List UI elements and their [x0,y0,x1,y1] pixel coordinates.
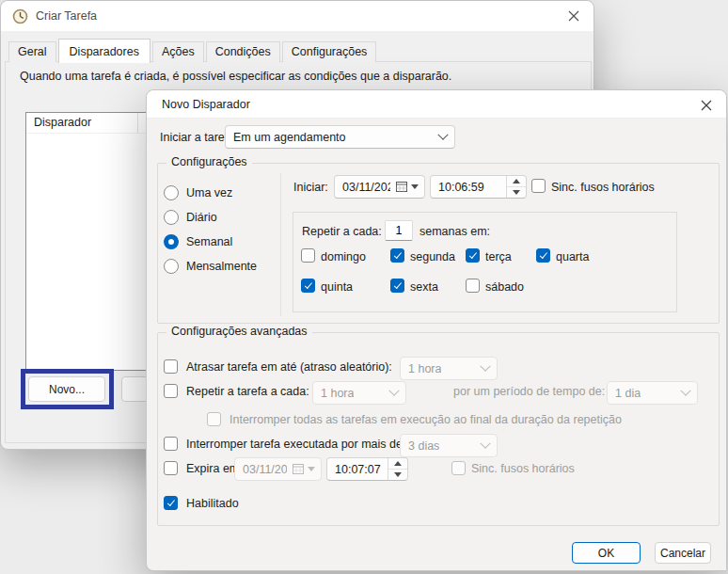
weeks-interval-input[interactable] [385,220,413,241]
dropdown-arrow-icon [411,184,419,189]
tab-acoes[interactable]: Ações [152,41,204,62]
spin-down-icon[interactable] [507,186,526,198]
day-quarta-label: quarta [556,250,589,263]
radio-semanal[interactable] [164,234,179,249]
spin-up-icon[interactable] [507,176,526,186]
repeat-task-label: Repetir a tarefa a cada: [186,385,309,398]
tab-configuracoes[interactable]: Configurações [282,41,377,62]
expire-time-spinner[interactable]: 10:07:07 [326,457,408,481]
day-sabado-checkbox[interactable] [466,279,480,293]
novo-disparador-titlebar: Novo Disparador [147,90,726,119]
expire-date-picker: 03/11/2023 [234,457,322,481]
spin-up-icon[interactable] [388,458,407,469]
cancel-button[interactable]: Cancelar [655,542,711,564]
radio-mensalmente[interactable] [164,259,179,274]
tab-description: Quando uma tarefa é criada, é possível e… [20,70,451,83]
expire-time-value: 10:07:07 [327,458,388,480]
chevron-down-icon [480,438,490,448]
weeks-unit-label: semanas em: [419,225,490,238]
repeat-duration-label: por um período de tempo de: [453,385,605,398]
expire-sync-timezone-label: Sinc. fusos horários [471,462,575,475]
repeat-every-label: Repetir a cada: [302,225,382,238]
ok-button[interactable]: OK [572,542,641,564]
dropdown-arrow-icon [308,467,315,471]
novo-disparador-dialog: Novo Disparador Iniciar a tarefa: Em um … [146,89,727,571]
tab-strip: Geral Disparadores Ações Condições Confi… [8,39,378,62]
advanced-legend: Configurações avançadas [166,325,312,338]
stop-all-tasks-checkbox [207,412,221,426]
stop-long-select: 3 dias [400,434,498,457]
day-quarta-checkbox[interactable] [536,248,550,263]
column-divider [137,113,138,133]
start-date-picker[interactable]: 03/11/2022 [334,175,425,199]
novo-button[interactable]: Novo... [28,376,105,402]
expire-sync-timezone-checkbox [451,461,466,475]
day-terca-checkbox[interactable] [466,248,480,263]
radio-diario-label: Diário [186,211,217,224]
begin-task-select[interactable]: Em um agendamento [225,125,455,149]
radio-semanal-label: Semanal [186,235,232,248]
stop-long-task-checkbox[interactable] [164,437,178,451]
day-segunda-checkbox[interactable] [390,248,404,263]
radio-diario[interactable] [164,210,179,225]
start-time-spinner[interactable]: 10:06:59 [430,175,527,199]
calendar-icon [293,464,304,474]
radio-uma-vez-label: Uma vez [186,186,232,199]
start-time-value: 10:06:59 [431,176,506,198]
radio-mensalmente-label: Mensalmente [186,260,257,273]
enabled-label: Habilitado [186,497,239,510]
chevron-down-icon [437,129,448,139]
delay-label: Atrasar tarefa em até (atraso aleatório)… [186,360,392,374]
settings-legend: Configurações [166,155,252,168]
begin-task-value: Em um agendamento [233,131,346,144]
enabled-checkbox[interactable] [164,496,178,510]
sync-timezone-label: Sinc. fusos horários [551,181,655,194]
day-sabado-label: sábado [485,280,524,294]
day-domingo-label: domingo [321,250,366,263]
repeat-interval-select: 1 hora [312,381,406,405]
day-domingo-checkbox[interactable] [301,248,315,263]
day-terca-label: terça [485,250,512,263]
dialog-title: Novo Disparador [162,98,250,111]
day-quinta-checkbox[interactable] [301,279,315,293]
criar-tarefa-titlebar: Criar Tarefa [1,1,593,31]
delay-checkbox[interactable] [164,359,178,374]
calendar-icon [396,182,407,192]
task-scheduler-clock-icon [12,8,28,24]
close-icon[interactable] [563,7,584,25]
sync-timezone-checkbox[interactable] [531,179,546,193]
day-sexta-label: sexta [410,280,438,294]
repeat-duration-select: 1 dia [607,381,698,405]
chevron-down-icon [480,360,490,371]
day-quinta-label: quinta [321,280,353,294]
chevron-down-icon [680,385,690,395]
radio-uma-vez[interactable] [164,185,179,200]
delay-select: 1 hora [400,357,498,380]
start-label: Iniciar: [293,181,328,194]
start-date-value: 03/11/2022 [342,181,390,194]
advanced-group: Configurações avançadas Atrasar tarefa e… [157,332,720,526]
settings-divider [280,173,281,316]
weekly-panel: Repetir a cada: semanas em: domingo segu… [293,212,677,312]
chevron-down-icon [388,385,399,395]
expire-checkbox[interactable] [164,461,178,475]
tab-condicoes[interactable]: Condições [206,41,280,62]
stop-all-tasks-label: Interromper todas as tarefas em execução… [229,413,622,426]
day-segunda-label: segunda [410,250,455,263]
spin-down-icon[interactable] [388,469,407,480]
day-sexta-checkbox[interactable] [390,279,404,293]
tab-disparadores[interactable]: Disparadores [58,39,150,63]
window-title: Criar Tarefa [36,9,97,23]
column-header-disparador[interactable]: Disparador [34,116,91,129]
settings-group: Configurações Uma vez Diário Semanal Men… [157,163,720,324]
close-icon[interactable] [696,96,717,115]
stop-long-task-label: Interromper tarefa executada por mais de… [186,438,405,451]
repeat-task-checkbox[interactable] [164,384,178,398]
tab-geral[interactable]: Geral [8,41,56,62]
